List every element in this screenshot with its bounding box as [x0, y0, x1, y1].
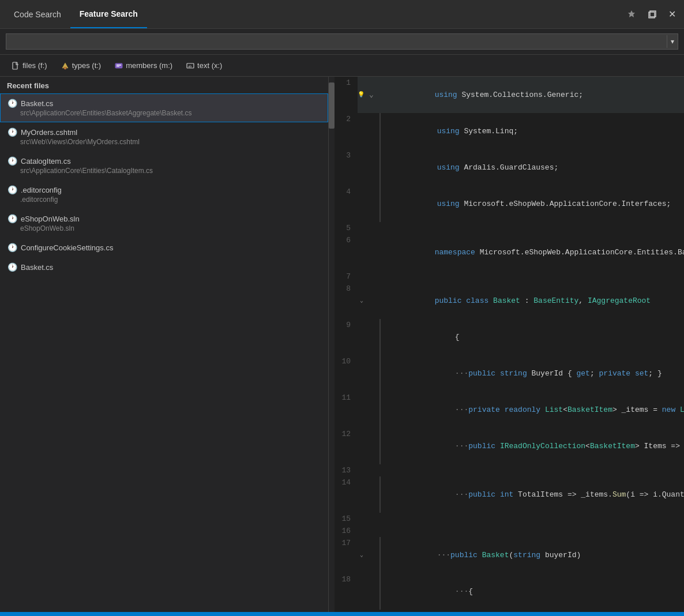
search-input[interactable] [6, 37, 667, 46]
code-content[interactable]: 1 💡 ⌄ using System.Collections.Generic; … [335, 77, 684, 612]
search-area: ▾ [0, 29, 684, 55]
svg-rect-2 [13, 62, 17, 69]
list-item[interactable]: 🕐 .editorconfig .editorconfig [0, 180, 328, 209]
code-line: 10 ···public string BuyerId { get; priva… [335, 355, 684, 392]
filter-tab-files[interactable]: files (f:) [6, 59, 53, 72]
types-icon [61, 62, 69, 70]
file-item-name: 🕐 ConfigureCookieSettings.cs [7, 243, 321, 252]
code-line: 4 using Microsoft.eShopWeb.ApplicationCo… [335, 186, 684, 222]
file-item-name: 🕐 CatalogItem.cs [7, 156, 321, 166]
file-item-path: eShopOnWeb.sln [7, 224, 321, 232]
filter-tab-members[interactable]: members (m:) [109, 59, 178, 72]
filter-tab-types-label: types (t:) [72, 61, 102, 70]
file-item-name: 🕐 Basket.cs [7, 99, 321, 108]
list-item[interactable]: 🕐 ConfigureCookieSettings.cs [0, 238, 328, 257]
code-line: 7 [335, 271, 684, 283]
clock-icon: 🕐 [7, 185, 17, 194]
filter-tab-text[interactable]: ab text (x:) [181, 59, 228, 72]
filter-tab-types[interactable]: types (t:) [55, 59, 107, 72]
code-line: 1 💡 ⌄ using System.Collections.Generic; [335, 77, 684, 113]
collapse-icon[interactable]: ⌄ [369, 89, 374, 101]
list-item[interactable]: 🕐 MyOrders.cshtml src\Web\Views\Order\My… [0, 122, 328, 151]
tab-code-search[interactable]: Code Search [5, 0, 70, 28]
collapse-icon-method[interactable]: ⌄ [360, 549, 363, 561]
svg-point-3 [64, 67, 66, 69]
svg-rect-4 [115, 63, 122, 68]
code-line: 14 ···public int TotalItems => _items.Su… [335, 476, 684, 513]
code-line: 3 using Ardalis.GuardClauses; [335, 149, 684, 186]
svg-rect-5 [116, 65, 121, 66]
code-line: 11 ···private readonly List<BasketItem> … [335, 392, 684, 428]
code-panel: 1 💡 ⌄ using System.Collections.Generic; … [335, 77, 684, 612]
file-list-scrollbar[interactable] [329, 77, 335, 612]
title-bar-actions: ✕ [623, 6, 679, 22]
code-line: 5 [335, 222, 684, 234]
clock-icon: 🕐 [7, 214, 17, 223]
code-line: 18 ···{ [335, 573, 684, 610]
scrollbar-thumb [329, 82, 335, 129]
file-item-name: 🕐 Basket.cs [7, 262, 321, 272]
lightbulb-icon[interactable]: 💡 [358, 89, 364, 101]
code-line: 9 { [335, 319, 684, 355]
close-button[interactable]: ✕ [665, 6, 679, 22]
code-line: 13 [335, 464, 684, 476]
list-item[interactable]: 🕐 Basket.cs src\ApplicationCore\Entities… [0, 93, 328, 122]
code-line: 17 ⌄ ···public Basket(string buyerId) [335, 537, 684, 573]
clock-icon: 🕐 [7, 262, 17, 272]
filter-tabs: files (f:) types (t:) members (m:) ab [0, 55, 684, 77]
text-icon: ab [186, 62, 194, 70]
restore-button[interactable] [644, 7, 660, 21]
main-panel: Recent files 🕐 Basket.cs src\Application… [0, 77, 684, 612]
code-line: 12 ···public IReadOnlyCollection<BasketI… [335, 428, 684, 464]
title-bar: Code Search Feature Search ✕ [0, 0, 684, 29]
clock-icon: 🕐 [7, 99, 17, 108]
code-line: 2 using System.Linq; [335, 113, 684, 149]
clock-icon: 🕐 [7, 156, 17, 166]
file-list-panel: Recent files 🕐 Basket.cs src\Application… [0, 77, 329, 612]
code-line: 8 ⌄ public class Basket : BaseEntity, IA… [335, 283, 684, 319]
filter-tab-members-label: members (m:) [126, 61, 172, 70]
collapse-icon-class[interactable]: ⌄ [360, 295, 363, 307]
search-input-wrapper: ▾ [6, 33, 678, 50]
file-item-path: src\ApplicationCore\Entities\CatalogItem… [7, 167, 321, 175]
members-icon [115, 62, 123, 70]
tab-feature-search[interactable]: Feature Search [70, 0, 147, 28]
pin-button[interactable] [623, 7, 640, 21]
code-line: 15 [335, 513, 684, 525]
recent-files-header: Recent files [0, 77, 328, 93]
list-item[interactable]: 🕐 eShopOnWeb.sln eShopOnWeb.sln [0, 209, 328, 238]
code-line: 6 namespace Microsoft.eShopWeb.Applicati… [335, 234, 684, 271]
file-item-name: 🕐 .editorconfig [7, 185, 321, 194]
clock-icon: 🕐 [7, 243, 17, 252]
filter-tab-files-label: files (f:) [22, 61, 47, 70]
status-bar: ◀ ▶ Ln: 1 Ch: 1 [0, 612, 684, 616]
file-item-name: 🕐 MyOrders.cshtml [7, 127, 321, 137]
list-item[interactable]: 🕐 CatalogItem.cs src\ApplicationCore\Ent… [0, 151, 328, 180]
list-item[interactable]: 🕐 Basket.cs [0, 257, 328, 277]
file-icon [12, 62, 20, 70]
file-item-path: .editorconfig [7, 196, 321, 204]
svg-text:ab: ab [188, 64, 192, 69]
svg-rect-6 [116, 66, 119, 67]
file-item-path: src\ApplicationCore\Entities\BasketAggre… [7, 109, 321, 117]
search-dropdown-button[interactable]: ▾ [667, 35, 678, 48]
clock-icon: 🕐 [7, 127, 17, 137]
file-item-name: 🕐 eShopOnWeb.sln [7, 214, 321, 223]
code-line: 16 [335, 525, 684, 537]
file-item-path: src\Web\Views\Order\MyOrders.cshtml [7, 138, 321, 146]
filter-tab-text-label: text (x:) [197, 61, 222, 70]
